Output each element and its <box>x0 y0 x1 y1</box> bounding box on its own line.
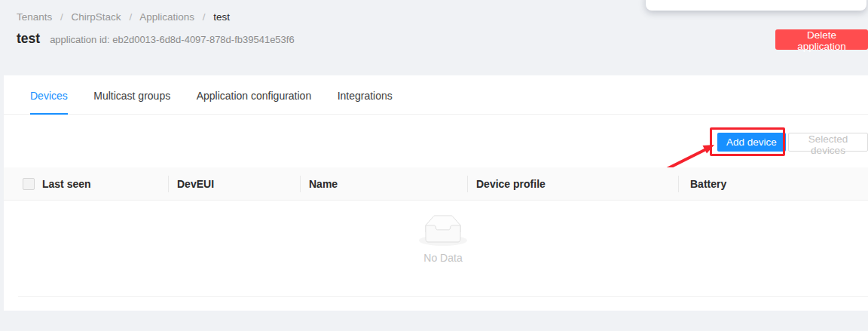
breadcrumb-separator: / <box>129 11 132 23</box>
tab-bar: Devices Multicast groups Application con… <box>4 75 868 115</box>
tab-application-configuration[interactable]: Application configuration <box>197 75 312 115</box>
table-header-row: Last seen DevEUI Name Device profile Bat… <box>4 167 868 201</box>
delete-application-button[interactable]: Delete application <box>775 29 868 50</box>
page: Tenants / ChirpStack / Applications / te… <box>0 0 868 331</box>
content-card: Devices Multicast groups Application con… <box>4 75 868 311</box>
empty-box-icon <box>419 215 467 246</box>
breadcrumb-item-current: test <box>213 11 230 23</box>
tab-integrations[interactable]: Integrations <box>338 75 393 115</box>
cutoff-overlay <box>646 0 866 11</box>
application-id-label: application id: eb2d0013-6d8d-4097-878d-… <box>50 34 295 45</box>
header-cell-last-seen: Last seen <box>36 178 168 190</box>
breadcrumb: Tenants / ChirpStack / Applications / te… <box>17 11 230 23</box>
breadcrumb-item-tenants[interactable]: Tenants <box>17 11 52 23</box>
breadcrumb-separator: / <box>203 11 206 23</box>
breadcrumb-item-chirpstack[interactable]: ChirpStack <box>72 11 121 23</box>
empty-state: No Data <box>18 215 868 264</box>
select-all-checkbox[interactable] <box>23 178 35 190</box>
header-cell-battery: Battery <box>678 178 868 190</box>
breadcrumb-item-applications[interactable]: Applications <box>139 11 194 23</box>
table-bottom-border <box>18 296 868 297</box>
header-cell-device-profile: Device profile <box>467 178 678 190</box>
tab-devices[interactable]: Devices <box>30 75 68 115</box>
add-device-button[interactable]: Add device <box>717 133 786 152</box>
page-title: test <box>17 31 40 47</box>
breadcrumb-separator: / <box>60 11 63 23</box>
tab-multicast-groups[interactable]: Multicast groups <box>93 75 170 115</box>
empty-state-text: No Data <box>423 252 462 264</box>
page-header: test application id: eb2d0013-6d8d-4097-… <box>17 31 295 47</box>
header-cell-deveui: DevEUI <box>168 178 300 190</box>
header-cell-name: Name <box>300 178 467 190</box>
selected-devices-button[interactable]: Selected devices <box>788 133 868 152</box>
header-cell-checkbox <box>18 178 36 190</box>
